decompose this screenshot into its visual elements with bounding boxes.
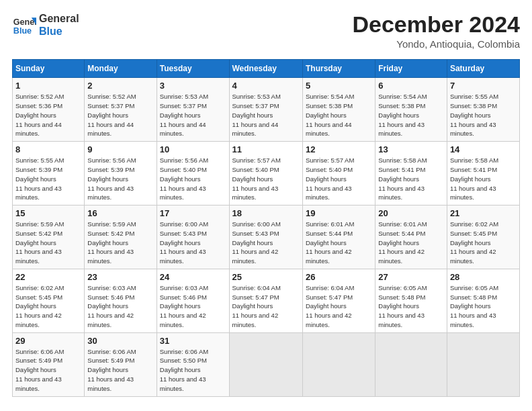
calendar-cell xyxy=(375,332,447,396)
day-info: Sunrise: 6:00 AM Sunset: 5:43 PM Dayligh… xyxy=(160,220,226,266)
calendar-cell: 23 Sunrise: 6:03 AM Sunset: 5:46 PM Dayl… xyxy=(85,269,157,332)
logo-line2: Blue xyxy=(39,25,79,38)
calendar-page: General Blue General Blue December 2024 … xyxy=(0,0,532,411)
column-header-thursday: Thursday xyxy=(302,60,375,78)
day-info: Sunrise: 5:59 AM Sunset: 5:42 PM Dayligh… xyxy=(87,220,153,266)
svg-text:Blue: Blue xyxy=(13,26,32,36)
calendar-cell: 13 Sunrise: 5:58 AM Sunset: 5:41 PM Dayl… xyxy=(375,142,447,205)
day-info: Sunrise: 6:04 AM Sunset: 5:47 PM Dayligh… xyxy=(232,283,300,330)
day-info: Sunrise: 5:58 AM Sunset: 5:41 PM Dayligh… xyxy=(378,156,444,202)
day-number: 11 xyxy=(232,144,300,154)
day-info: Sunrise: 6:02 AM Sunset: 5:45 PM Dayligh… xyxy=(15,283,81,330)
day-info: Sunrise: 6:03 AM Sunset: 5:46 PM Dayligh… xyxy=(87,283,153,330)
day-info: Sunrise: 6:05 AM Sunset: 5:48 PM Dayligh… xyxy=(450,283,517,330)
day-number: 2 xyxy=(87,81,153,91)
day-info: Sunrise: 5:53 AM Sunset: 5:37 PM Dayligh… xyxy=(160,92,226,138)
calendar-cell: 25 Sunrise: 6:04 AM Sunset: 5:47 PM Dayl… xyxy=(229,269,302,332)
calendar-cell: 9 Sunrise: 5:56 AM Sunset: 5:39 PM Dayli… xyxy=(85,142,157,205)
day-info: Sunrise: 6:02 AM Sunset: 5:45 PM Dayligh… xyxy=(450,220,517,266)
week-row-1: 1 Sunrise: 5:52 AM Sunset: 5:36 PM Dayli… xyxy=(13,78,520,142)
day-number: 24 xyxy=(160,272,226,282)
day-info: Sunrise: 5:57 AM Sunset: 5:40 PM Dayligh… xyxy=(232,156,300,202)
calendar-cell: 27 Sunrise: 6:05 AM Sunset: 5:48 PM Dayl… xyxy=(375,269,447,332)
calendar-cell: 8 Sunrise: 5:55 AM Sunset: 5:39 PM Dayli… xyxy=(13,142,85,205)
calendar-cell: 15 Sunrise: 5:59 AM Sunset: 5:42 PM Dayl… xyxy=(13,205,85,269)
day-number: 17 xyxy=(160,208,226,218)
calendar-cell: 28 Sunrise: 6:05 AM Sunset: 5:48 PM Dayl… xyxy=(447,269,519,332)
day-number: 5 xyxy=(306,81,372,91)
calendar-cell: 4 Sunrise: 5:53 AM Sunset: 5:37 PM Dayli… xyxy=(229,78,302,142)
calendar-cell: 11 Sunrise: 5:57 AM Sunset: 5:40 PM Dayl… xyxy=(229,142,302,205)
logo: General Blue General Blue xyxy=(12,12,79,38)
day-info: Sunrise: 5:59 AM Sunset: 5:42 PM Dayligh… xyxy=(15,220,81,266)
column-header-monday: Monday xyxy=(85,60,157,78)
day-number: 13 xyxy=(378,144,444,154)
day-number: 8 xyxy=(15,144,81,154)
calendar-cell: 19 Sunrise: 6:01 AM Sunset: 5:44 PM Dayl… xyxy=(302,205,375,269)
day-number: 25 xyxy=(232,272,300,282)
column-header-friday: Friday xyxy=(375,60,447,78)
day-number: 12 xyxy=(306,144,372,154)
day-info: Sunrise: 6:04 AM Sunset: 5:47 PM Dayligh… xyxy=(306,283,372,330)
week-row-4: 22 Sunrise: 6:02 AM Sunset: 5:45 PM Dayl… xyxy=(13,269,520,332)
location-title: Yondo, Antioquia, Colombia xyxy=(352,38,520,50)
column-header-tuesday: Tuesday xyxy=(157,60,229,78)
day-number: 23 xyxy=(87,272,153,282)
day-number: 7 xyxy=(450,81,517,91)
day-info: Sunrise: 5:58 AM Sunset: 5:41 PM Dayligh… xyxy=(450,156,517,202)
calendar-cell xyxy=(447,332,519,396)
day-number: 3 xyxy=(160,81,226,91)
day-info: Sunrise: 6:06 AM Sunset: 5:49 PM Dayligh… xyxy=(87,347,153,394)
day-number: 28 xyxy=(450,272,517,282)
day-number: 4 xyxy=(232,81,300,91)
calendar-cell xyxy=(229,332,302,396)
day-number: 21 xyxy=(450,208,517,218)
day-number: 9 xyxy=(87,144,153,154)
title-block: December 2024 Yondo, Antioquia, Colombia xyxy=(352,12,520,50)
day-number: 26 xyxy=(306,272,372,282)
calendar-cell: 24 Sunrise: 6:03 AM Sunset: 5:46 PM Dayl… xyxy=(157,269,229,332)
calendar-cell xyxy=(302,332,375,396)
column-header-sunday: Sunday xyxy=(13,60,85,78)
day-number: 19 xyxy=(306,208,372,218)
column-header-saturday: Saturday xyxy=(447,60,519,78)
day-number: 27 xyxy=(378,272,444,282)
calendar-cell: 16 Sunrise: 5:59 AM Sunset: 5:42 PM Dayl… xyxy=(85,205,157,269)
day-number: 6 xyxy=(378,81,444,91)
day-number: 29 xyxy=(15,336,81,346)
calendar-cell: 5 Sunrise: 5:54 AM Sunset: 5:38 PM Dayli… xyxy=(302,78,375,142)
calendar-cell: 12 Sunrise: 5:57 AM Sunset: 5:40 PM Dayl… xyxy=(302,142,375,205)
day-info: Sunrise: 5:55 AM Sunset: 5:39 PM Dayligh… xyxy=(15,156,81,202)
calendar-cell: 21 Sunrise: 6:02 AM Sunset: 5:45 PM Dayl… xyxy=(447,205,519,269)
calendar-cell: 1 Sunrise: 5:52 AM Sunset: 5:36 PM Dayli… xyxy=(13,78,85,142)
calendar-cell: 2 Sunrise: 5:52 AM Sunset: 5:37 PM Dayli… xyxy=(85,78,157,142)
day-number: 1 xyxy=(15,81,81,91)
day-info: Sunrise: 5:54 AM Sunset: 5:38 PM Dayligh… xyxy=(306,92,372,138)
column-header-wednesday: Wednesday xyxy=(229,60,302,78)
day-info: Sunrise: 6:01 AM Sunset: 5:44 PM Dayligh… xyxy=(306,220,372,266)
day-number: 30 xyxy=(87,336,153,346)
calendar-cell: 31 Sunrise: 6:06 AM Sunset: 5:50 PM Dayl… xyxy=(157,332,229,396)
calendar-table: SundayMondayTuesdayWednesdayThursdayFrid… xyxy=(12,59,520,396)
calendar-cell: 10 Sunrise: 5:56 AM Sunset: 5:40 PM Dayl… xyxy=(157,142,229,205)
day-info: Sunrise: 5:53 AM Sunset: 5:37 PM Dayligh… xyxy=(232,92,300,138)
calendar-cell: 26 Sunrise: 6:04 AM Sunset: 5:47 PM Dayl… xyxy=(302,269,375,332)
logo-icon: General Blue xyxy=(12,13,36,37)
day-info: Sunrise: 5:56 AM Sunset: 5:40 PM Dayligh… xyxy=(160,156,226,202)
logo-line1: General xyxy=(39,12,79,25)
calendar-cell: 7 Sunrise: 5:55 AM Sunset: 5:38 PM Dayli… xyxy=(447,78,519,142)
day-info: Sunrise: 5:55 AM Sunset: 5:38 PM Dayligh… xyxy=(450,92,517,138)
day-info: Sunrise: 6:00 AM Sunset: 5:43 PM Dayligh… xyxy=(232,220,300,266)
calendar-cell: 20 Sunrise: 6:01 AM Sunset: 5:44 PM Dayl… xyxy=(375,205,447,269)
header: General Blue General Blue December 2024 … xyxy=(12,12,520,50)
calendar-cell: 3 Sunrise: 5:53 AM Sunset: 5:37 PM Dayli… xyxy=(157,78,229,142)
calendar-cell: 17 Sunrise: 6:00 AM Sunset: 5:43 PM Dayl… xyxy=(157,205,229,269)
day-info: Sunrise: 6:03 AM Sunset: 5:46 PM Dayligh… xyxy=(160,283,226,330)
day-number: 31 xyxy=(160,336,226,346)
day-number: 15 xyxy=(15,208,81,218)
day-number: 20 xyxy=(378,208,444,218)
day-info: Sunrise: 6:06 AM Sunset: 5:50 PM Dayligh… xyxy=(160,347,226,394)
month-title: December 2024 xyxy=(352,12,520,37)
calendar-cell: 30 Sunrise: 6:06 AM Sunset: 5:49 PM Dayl… xyxy=(85,332,157,396)
day-number: 22 xyxy=(15,272,81,282)
